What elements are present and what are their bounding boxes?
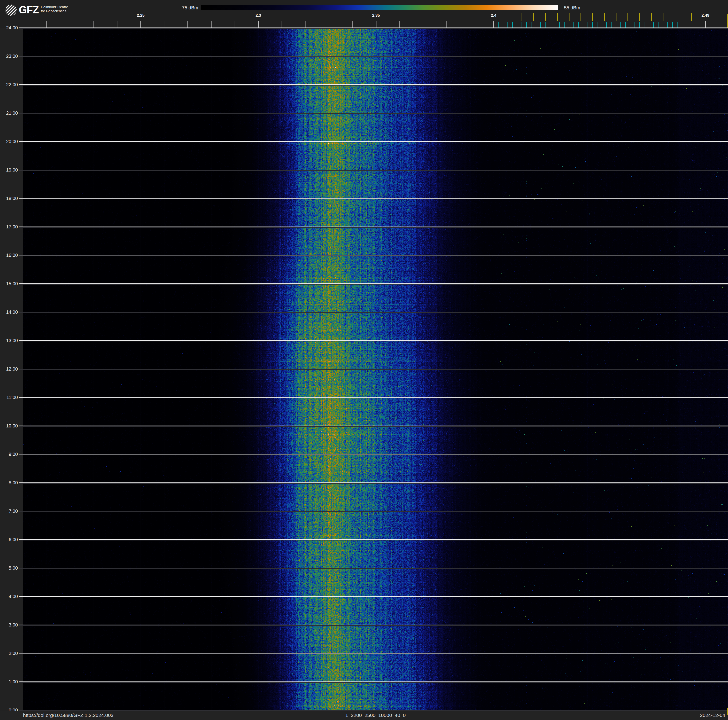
- hour-gridline: [19, 397, 728, 398]
- hour-gridline: [19, 625, 728, 626]
- hour-label: 21:00: [0, 110, 18, 116]
- wifi-channel-tick: [691, 13, 692, 21]
- freq-tick-major: [258, 21, 259, 28]
- footer-bar: https://doi.org/10.5880/GFZ.1.2.2024.003…: [0, 711, 728, 720]
- freq-tick-label: 2.49: [695, 13, 716, 18]
- ble-channel-tick: [625, 21, 626, 28]
- ble-channel-tick: [663, 21, 663, 28]
- freq-tick-label: 2.35: [366, 13, 387, 18]
- ble-channel-tick: [606, 21, 607, 28]
- ble-channel-tick: [648, 21, 649, 28]
- hour-label: 17:00: [0, 224, 18, 230]
- ble-channel-tick: [560, 21, 560, 28]
- ble-channel-tick: [682, 21, 682, 28]
- ble-channel-tick: [531, 21, 531, 28]
- freq-tick-label: 2.3: [248, 13, 269, 18]
- freq-tick-major: [493, 21, 494, 28]
- hour-label: 13:00: [0, 338, 18, 343]
- freq-tick-minor: [70, 21, 70, 28]
- ble-channel-tick: [587, 21, 588, 28]
- ble-channel-tick: [498, 21, 499, 28]
- freq-tick-minor: [211, 21, 212, 28]
- freq-tick-minor: [399, 21, 400, 28]
- wifi-channel-tick: [604, 13, 605, 21]
- hour-label: 6:00: [0, 537, 18, 542]
- hour-label: 8:00: [0, 480, 18, 486]
- edge-marker-bottom: [727, 708, 728, 715]
- hour-gridline: [19, 653, 728, 654]
- freq-tick-major: [376, 21, 376, 28]
- ble-channel-tick: [635, 21, 635, 28]
- ble-channel-tick: [526, 21, 527, 28]
- gfz-logo-icon: [5, 4, 17, 17]
- hour-label: 20:00: [0, 139, 18, 144]
- hour-label: 5:00: [0, 565, 18, 571]
- ble-channel-tick: [611, 21, 612, 28]
- header-bar: GFZ Helmholtz Centre for Geosciences -75…: [0, 0, 728, 28]
- logo-brand-text: GFZ: [19, 4, 39, 15]
- hour-label: 7:00: [0, 508, 18, 514]
- hour-label: 9:00: [0, 451, 18, 457]
- hour-gridline: [19, 113, 728, 114]
- ble-channel-tick: [597, 21, 597, 28]
- wifi-channel-tick: [533, 13, 534, 21]
- colorbar-gradient: [201, 5, 558, 10]
- ble-channel-tick: [658, 21, 659, 28]
- wifi-channel-tick: [651, 13, 652, 21]
- wifi-channel-tick: [639, 13, 640, 21]
- hour-gridline: [19, 56, 728, 57]
- ble-channel-tick: [517, 21, 517, 28]
- ble-channel-tick: [621, 21, 621, 28]
- ble-channel-tick: [677, 21, 678, 28]
- hour-gridline: [19, 28, 728, 29]
- wifi-channel-tick: [522, 13, 522, 21]
- freq-tick-label: 2.4: [483, 13, 504, 18]
- hour-gridline: [19, 340, 728, 342]
- logo-subtitle: Helmholtz Centre for Geosciences: [41, 5, 68, 13]
- hour-label: 11:00: [0, 395, 18, 400]
- freq-tick-minor: [447, 21, 447, 28]
- freq-tick-minor: [305, 21, 306, 28]
- freq-tick-major: [705, 21, 706, 28]
- ble-channel-tick: [508, 21, 508, 28]
- hour-gridline: [19, 227, 728, 228]
- hour-gridline: [19, 539, 728, 541]
- hour-gridline: [19, 682, 728, 683]
- hour-label: 10:00: [0, 423, 18, 429]
- hour-gridline: [19, 170, 728, 171]
- freq-tick-major: [141, 21, 141, 28]
- date-text: 2024-12-04: [700, 712, 725, 718]
- wifi-channel-tick: [557, 13, 558, 21]
- hour-label: 3:00: [0, 622, 18, 628]
- freq-tick-minor: [93, 21, 94, 28]
- logo-subtitle-line2: for Geosciences: [41, 9, 68, 13]
- hour-gridline: [19, 568, 728, 569]
- hour-gridline: [19, 283, 728, 285]
- ble-channel-tick: [644, 21, 644, 28]
- wifi-channel-tick: [592, 13, 593, 21]
- freq-tick-minor: [187, 21, 188, 28]
- hour-label: 15:00: [0, 281, 18, 286]
- hour-label: 1:00: [0, 679, 18, 685]
- hour-label: 2:00: [0, 650, 18, 656]
- ble-channel-tick: [569, 21, 569, 28]
- hour-gridline: [19, 454, 728, 455]
- hour-label: 22:00: [0, 82, 18, 87]
- wifi-channel-tick: [569, 13, 569, 21]
- freq-tick-minor: [235, 21, 235, 28]
- hour-gridline: [19, 198, 728, 199]
- freq-tick-minor: [423, 21, 423, 28]
- colorbar-max-label: -55 dBm: [563, 5, 580, 11]
- hour-label: 18:00: [0, 196, 18, 201]
- ble-channel-tick: [639, 21, 640, 28]
- hour-label: 24:00: [0, 25, 18, 31]
- hour-gridline: [19, 255, 728, 256]
- wifi-channel-tick: [581, 13, 581, 21]
- freq-tick-minor: [352, 21, 353, 28]
- freq-tick-minor: [470, 21, 470, 28]
- freq-tick-minor: [46, 21, 47, 28]
- hour-gridline: [19, 483, 728, 484]
- dataset-id-text: 1_2200_2500_10000_40_0: [23, 712, 728, 718]
- freq-tick-minor: [329, 21, 329, 28]
- ble-channel-tick: [667, 21, 668, 28]
